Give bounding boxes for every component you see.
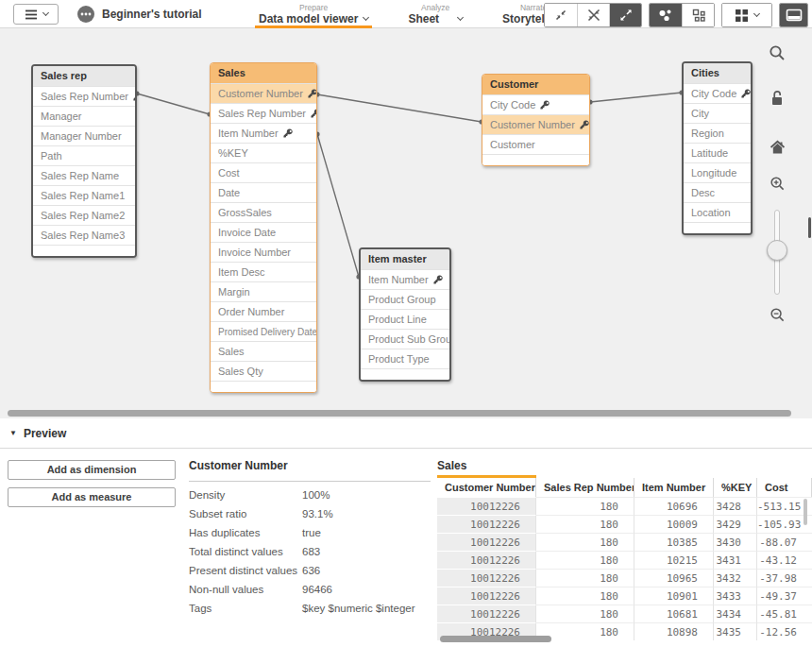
preview-table-horizontal-scrollbar[interactable] (440, 636, 551, 642)
cell: 3431 (714, 551, 757, 569)
home-button[interactable] (767, 137, 787, 158)
stat-present-distinct: Present distinct values636 (189, 565, 431, 576)
field-customer-number[interactable]: Customer Number (211, 83, 316, 103)
layout-menu-button[interactable] (722, 4, 771, 26)
table-header[interactable]: Item master (361, 249, 449, 269)
field-order-number[interactable]: Order Number (211, 301, 316, 321)
cell: -49.37 (757, 587, 812, 604)
data-model-canvas[interactable]: Sales rep Sales Rep Number Manager Manag… (0, 28, 812, 418)
field-invoice-number[interactable]: Invoice Number (211, 242, 316, 262)
col-header-cost[interactable]: Cost (757, 478, 812, 497)
grid-view-button[interactable] (682, 4, 714, 26)
field-manager-number[interactable]: Manager Number (33, 126, 135, 145)
field-desc[interactable]: Desc (684, 182, 751, 202)
field-details: Customer Number Density100% Subset ratio… (189, 459, 431, 614)
search-button[interactable] (767, 43, 787, 63)
nav-analyze-sheet[interactable]: Analyze Sheet (404, 0, 466, 28)
col-header-pkey[interactable]: %KEY (714, 478, 757, 497)
expand-button[interactable] (609, 4, 641, 26)
canvas-vertical-scrollbar[interactable] (808, 217, 811, 238)
field-latitude[interactable]: Latitude (684, 143, 751, 162)
field-product-line[interactable]: Product Line (361, 309, 449, 329)
toggle-preview-button[interactable] (780, 4, 807, 26)
key-icon (741, 89, 751, 98)
collapse-all-button[interactable] (545, 4, 577, 26)
field-invoice-date[interactable]: Invoice Date (211, 222, 316, 242)
collapse-button[interactable] (577, 4, 609, 26)
cell: 10696 (634, 497, 714, 515)
model-table-cities[interactable]: Cities City Code City Region Latitude Lo… (682, 61, 753, 235)
field-sales[interactable]: Sales (211, 341, 316, 361)
field-city-code[interactable]: City Code (684, 83, 751, 103)
cell: 3432 (714, 569, 757, 587)
model-table-customer[interactable]: Customer City Code Customer Number Custo… (482, 74, 590, 166)
field-location[interactable]: Location (684, 202, 751, 222)
preview-panel-header[interactable]: ▼ Preview (0, 418, 812, 449)
field-date[interactable]: Date (211, 182, 316, 202)
field-region[interactable]: Region (684, 123, 751, 143)
col-header-item-number[interactable]: Item Number (634, 478, 714, 497)
col-header-customer-number[interactable]: Customer Number (437, 478, 536, 497)
cell: -37.98 (757, 569, 812, 587)
bubble-view-icon (657, 8, 674, 23)
cell: 10012226 (437, 569, 536, 587)
field-item-number[interactable]: Item Number (211, 123, 316, 143)
col-header-sales-rep-number[interactable]: Sales Rep Number (536, 478, 634, 497)
app-menu-button[interactable] (13, 4, 59, 25)
field-customer[interactable]: Customer (482, 134, 589, 154)
stat-non-null: Non-null values96466 (189, 584, 431, 595)
stat-tags: Tags$key $numeric $integer (189, 603, 431, 614)
field-sales-rep-name3[interactable]: Sales Rep Name3 (33, 225, 135, 245)
field-sales-rep-number[interactable]: Sales Rep Number (33, 86, 135, 106)
field-city-code[interactable]: City Code (482, 94, 589, 114)
cell: 3430 (714, 533, 757, 551)
model-table-sales[interactable]: Sales Customer Number Sales Rep Number I… (210, 62, 317, 393)
field-city[interactable]: City (684, 103, 751, 123)
key-icon (580, 120, 589, 129)
cell: -12.56 (757, 622, 812, 640)
key-icon (311, 109, 317, 118)
model-table-item-master[interactable]: Item master Item Number Product Group Pr… (359, 247, 451, 382)
model-table-sales-rep[interactable]: Sales rep Sales Rep Number Manager Manag… (31, 64, 137, 258)
field-sales-rep-name[interactable]: Sales Rep Name (33, 165, 135, 185)
zoom-out-button[interactable] (767, 304, 787, 325)
expand-collapse-group (544, 3, 642, 27)
add-as-measure-button[interactable]: Add as measure (8, 487, 176, 507)
table-header[interactable]: Cities (684, 63, 751, 83)
field-path[interactable]: Path (33, 145, 135, 165)
table-header[interactable]: Sales (211, 63, 316, 83)
table-header[interactable]: Sales rep (33, 66, 135, 86)
add-as-dimension-button[interactable]: Add as dimension (8, 460, 176, 480)
field-grosssales[interactable]: GrossSales (211, 202, 316, 222)
canvas-horizontal-scrollbar[interactable] (8, 410, 791, 417)
zoom-in-button[interactable] (767, 173, 787, 194)
bubble-view-button[interactable] (650, 4, 682, 26)
field-product-group[interactable]: Product Group (361, 289, 449, 309)
nav-prepare-data-model-viewer[interactable]: Prepare Data model viewer (255, 0, 372, 28)
field-manager[interactable]: Manager (33, 106, 135, 126)
field-sales-rep-name2[interactable]: Sales Rep Name2 (33, 205, 135, 225)
field-longitude[interactable]: Longitude (684, 162, 751, 182)
field-item-desc[interactable]: Item Desc (211, 262, 316, 281)
table-header[interactable]: Customer (482, 75, 589, 94)
app-options-icon[interactable] (77, 6, 94, 23)
preview-table-vertical-scrollbar[interactable] (804, 499, 807, 525)
key-icon (308, 89, 317, 98)
field-item-number[interactable]: Item Number (361, 269, 449, 289)
field-sales-qty[interactable]: Sales Qty (211, 361, 316, 381)
collapse-triangle-icon: ▼ (9, 429, 17, 437)
lock-button[interactable] (767, 87, 787, 108)
field-sales-rep-name1[interactable]: Sales Rep Name1 (33, 185, 135, 205)
field-product-type[interactable]: Product Type (361, 349, 449, 368)
cell: 180 (536, 515, 634, 533)
field-promised-delivery-date[interactable]: Promised Delivery Date (211, 321, 316, 341)
field-product-sub-group[interactable]: Product Sub Group (361, 329, 449, 349)
zoom-slider-thumb[interactable] (767, 240, 787, 261)
field-pkey[interactable]: %KEY (211, 143, 316, 162)
field-margin[interactable]: Margin (211, 281, 316, 301)
field-customer-number[interactable]: Customer Number (482, 114, 589, 134)
cell: 10012226 (437, 533, 536, 551)
field-sales-rep-number[interactable]: Sales Rep Number (211, 103, 316, 123)
caret-down-icon (363, 14, 369, 21)
field-cost[interactable]: Cost (211, 162, 316, 182)
